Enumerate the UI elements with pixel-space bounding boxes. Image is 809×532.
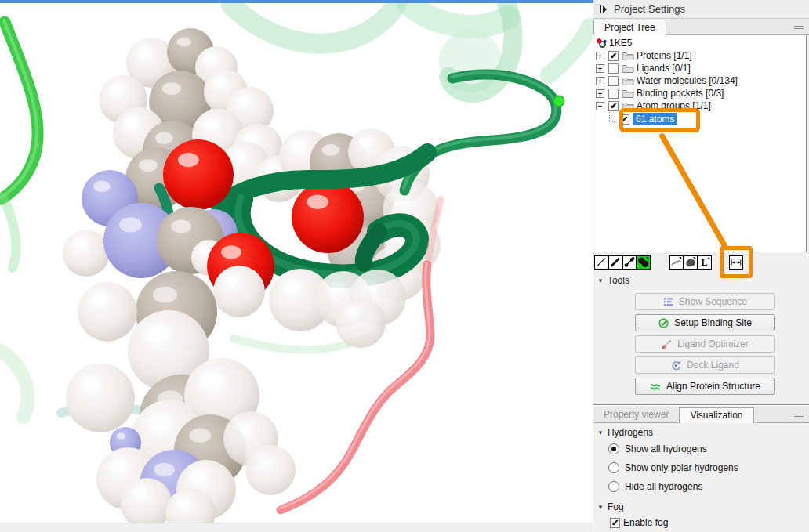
tree-row[interactable]: +Water molecules [0/134] — [593, 74, 806, 87]
ribbon-segment — [549, 27, 590, 75]
collapse-triangle-icon: ▼ — [597, 429, 604, 436]
terminus-green-dot[interactable] — [553, 96, 564, 107]
render-mode-surface-icon[interactable] — [684, 255, 698, 270]
ribbon-segment — [3, 197, 16, 268]
atom-group-checkbox[interactable]: ✔ — [619, 114, 629, 125]
radio-label: Hide all hydrogens — [625, 481, 702, 492]
expand-node-icon[interactable]: + — [596, 77, 604, 85]
ribbon-segment — [231, 0, 398, 44]
dock-icon — [670, 360, 682, 371]
tool-button-label: Dock Ligand — [687, 360, 739, 371]
svg-text:L: L — [702, 257, 708, 268]
project-settings-panel: Project Settings Project Tree 1KE5+✔Prot… — [593, 0, 809, 532]
application-window: Project Settings Project Tree 1KE5+✔Prot… — [0, 0, 809, 532]
radio-show-only-polar-hydrogens[interactable] — [608, 462, 619, 473]
atom-sphere-h[interactable] — [213, 266, 265, 317]
dock-ligand-button[interactable]: Dock Ligand — [635, 356, 775, 374]
collapse-triangle-icon: ▼ — [597, 504, 604, 511]
radio-label: Show all hydrogens — [625, 443, 707, 454]
atom-sphere-h[interactable] — [336, 298, 386, 348]
viewer-bottom-strip — [0, 523, 593, 532]
folder-icon — [622, 51, 634, 61]
render-mode-backbone-icon[interactable] — [669, 255, 684, 270]
folder-icon — [622, 89, 634, 99]
ribbon-segment — [2, 22, 38, 199]
tree-item-label: Ligands [0/1] — [637, 63, 691, 74]
tool-button-label: Show Sequence — [679, 296, 747, 307]
expand-node-icon[interactable]: + — [596, 52, 604, 60]
folder-icon — [622, 76, 634, 86]
tree-item-checkbox[interactable]: ✔ — [608, 101, 619, 111]
tree-child-row[interactable]: ✔61 atoms — [593, 112, 806, 126]
atom-sphere-h[interactable] — [66, 364, 135, 432]
tab-property-viewer[interactable]: Property viewer — [593, 407, 679, 422]
tree-row[interactable]: +Ligands [0/1] — [593, 62, 806, 74]
panel-resize-handle[interactable] — [794, 26, 804, 29]
render-mode-stick-icon[interactable] — [608, 255, 622, 270]
tree-item-checkbox[interactable] — [608, 89, 619, 99]
expand-node-icon[interactable]: + — [596, 64, 604, 73]
project-tree-tabbar: Project Tree — [593, 19, 809, 35]
radio-hide-all-hydrogens[interactable] — [608, 481, 619, 492]
tree-item-checkbox[interactable]: ✔ — [608, 51, 619, 61]
tab-project-tree[interactable]: Project Tree — [593, 20, 666, 35]
collapse-node-icon[interactable]: − — [596, 102, 604, 110]
collapse-triangle-icon: ▼ — [597, 277, 604, 284]
radio-show-all-hydrogens[interactable] — [608, 443, 619, 454]
molecule-project-icon — [596, 38, 607, 49]
show-sequence-button[interactable]: Show Sequence — [635, 293, 775, 310]
atom-group-label[interactable]: 61 atoms — [633, 113, 677, 125]
tool-button-label: Align Protein Structure — [666, 381, 760, 392]
fog-section-header[interactable]: ▼Fog — [597, 501, 624, 512]
panel-header[interactable]: Project Settings — [593, 0, 809, 19]
setup-binding-site-button[interactable]: Setup Binding Site — [635, 314, 775, 331]
tree-item-checkbox[interactable] — [608, 63, 619, 74]
enable-fog-checkbox[interactable]: ✔ — [610, 518, 620, 528]
render-mode-measure-distance-icon[interactable] — [729, 255, 743, 270]
tree-guide-line — [609, 112, 616, 122]
bottom-tabbar: Property viewerVisualization — [593, 407, 809, 423]
binding-site-icon — [658, 317, 669, 329]
expand-node-icon[interactable]: + — [596, 89, 604, 98]
tree-item-checkbox[interactable] — [608, 76, 619, 86]
molecule-scene — [0, 0, 593, 532]
align-protein-structure-button[interactable]: Align Protein Structure — [635, 378, 775, 395]
hydrogen-option-row: Show all hydrogens — [608, 443, 707, 454]
tree-root-row[interactable]: 1KE5 — [593, 37, 806, 49]
ligand-optimizer-button[interactable]: Ligand Optimizer — [635, 335, 775, 353]
render-mode-wireframe-icon[interactable] — [594, 255, 608, 270]
render-mode-ball-and-stick-icon[interactable] — [622, 255, 637, 270]
enable-fog-row: ✔ Enable fog — [609, 517, 668, 528]
panel-title: Project Settings — [614, 3, 685, 15]
ribbon-segment — [2, 351, 27, 417]
tree-item-label: Proteins [1/1] — [637, 50, 692, 61]
bottom-panel-resize-handle[interactable] — [794, 414, 804, 417]
hydrogen-option-row: Hide all hydrogens — [608, 481, 702, 492]
atom-sphere-h[interactable] — [78, 282, 137, 342]
molecule-3d-viewer[interactable] — [0, 0, 593, 532]
tree-row[interactable]: +✔Proteins [1/1] — [593, 49, 806, 62]
viewer-focus-strip — [0, 0, 593, 3]
collapse-panel-icon[interactable] — [599, 5, 608, 14]
atom-sphere-o[interactable] — [292, 181, 364, 253]
sequence-icon — [662, 296, 674, 308]
tools-section-header[interactable]: ▼Tools — [597, 275, 629, 286]
tree-row[interactable]: +Binding pockets [0/3] — [593, 87, 806, 100]
tab-visualization[interactable]: Visualization — [679, 407, 753, 423]
tree-item-label: Water molecules [0/134] — [637, 75, 738, 86]
render-mode-label-icon[interactable]: L — [698, 255, 712, 270]
tree-row[interactable]: −✔Atom groups [1/1] — [593, 100, 806, 112]
render-mode-space-filling-icon[interactable] — [637, 255, 651, 270]
enable-fog-label: Enable fog — [623, 517, 668, 528]
hydrogens-section-header[interactable]: ▼Hydrogens — [597, 427, 653, 438]
tree-root-label: 1KE5 — [609, 38, 632, 49]
folder-icon — [622, 63, 634, 74]
atom-sphere-o[interactable] — [163, 139, 234, 210]
tool-button-label: Ligand Optimizer — [677, 338, 749, 349]
atom-sphere-h[interactable] — [245, 445, 296, 495]
tool-button-label: Setup Binding Site — [674, 317, 752, 328]
tree-item-label: Binding pockets [0/3] — [637, 88, 724, 99]
panel-splitter[interactable] — [593, 404, 809, 406]
atom-sphere-h[interactable] — [63, 230, 110, 277]
project-tree: 1KE5+✔Proteins [1/1]+Ligands [0/1]+Water… — [593, 35, 807, 252]
